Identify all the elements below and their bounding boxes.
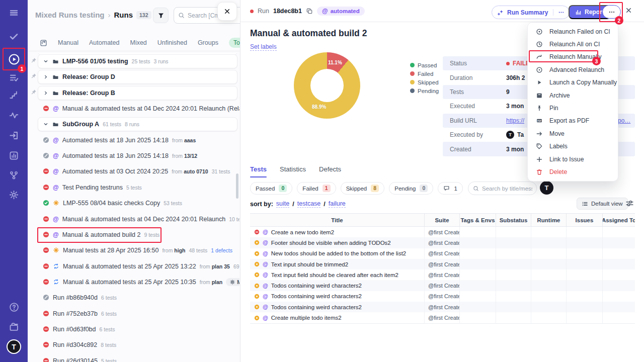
column-header[interactable]: Issues	[566, 214, 602, 226]
sidebar-settings-icon[interactable]	[0, 190, 28, 200]
run-row[interactable]: @Test Pending testruns5 tests	[43, 179, 239, 195]
runs-tab-unfinished[interactable]: Unfinished	[157, 39, 187, 46]
runs-tab-automated[interactable]: Automated	[89, 39, 119, 46]
column-header[interactable]: Substatus	[496, 214, 531, 226]
run-row[interactable]: Manual & automated tests at 25 Apr 2025 …	[43, 274, 239, 290]
run-row[interactable]: Manual tests at 28 Apr 2025 16:50from hi…	[43, 242, 239, 258]
run-row[interactable]: Run #b86b940d6 tests	[43, 290, 239, 305]
run-row[interactable]: Run #752eb37b6 tests	[43, 306, 239, 321]
sidebar-import-icon[interactable]	[0, 131, 28, 140]
run-row[interactable]: Run #0d63f0bd6 tests	[43, 321, 239, 337]
run-row[interactable]: @Manual & automated tests at 04 Dec 2024…	[43, 211, 239, 227]
chip-passed[interactable]: Passed0	[250, 182, 292, 195]
more-actions-button[interactable]	[602, 5, 621, 19]
default-view-button[interactable]: Default view	[577, 198, 628, 210]
run-row[interactable]: @Manual & automated build 29 tests	[43, 227, 239, 242]
tab-tests[interactable]: Tests	[250, 165, 267, 177]
close-panel-button[interactable]	[217, 2, 237, 21]
table-row[interactable]: @New todos should be added to the bottom…	[250, 248, 635, 259]
run-row[interactable]: @Automated tests at 18 Jun 2025 14:18fro…	[43, 132, 239, 148]
menu-item-archive[interactable]: Archive	[528, 89, 618, 102]
build-url-link[interactable]: https://	[506, 117, 524, 124]
column-header[interactable]: Title	[250, 214, 424, 226]
copy-icon[interactable]	[306, 8, 313, 15]
menu-item-export-as-pdf[interactable]: PDFExport as PDF	[528, 115, 618, 127]
tests-search-input[interactable]	[482, 186, 532, 192]
workspace-avatar[interactable]: T	[7, 339, 21, 354]
column-header[interactable]: Tags & Envs	[459, 214, 496, 226]
menu-item-launch-a-copy-manually[interactable]: Launch a Copy Manually	[528, 76, 618, 89]
run-row[interactable]: @Automated tests at 18 Jun 2025 14:18fro…	[43, 148, 239, 163]
menu-item-labels[interactable]: Labels	[528, 140, 618, 153]
column-header[interactable]: Runtime	[531, 214, 566, 226]
table-row[interactable]: @Text input should be trimmed2@first Cre…	[250, 259, 635, 269]
runs-tab-today-chip[interactable]: To	[229, 38, 240, 48]
automated-badge[interactable]: @automated	[317, 7, 365, 16]
run-row[interactable]: LMP-555 08/04 basic checks Copy53 tests	[43, 195, 239, 211]
pin-icon[interactable]	[31, 57, 37, 63]
table-row[interactable]: @Create multiple todo items2@first Creat…	[250, 312, 635, 323]
runs-tab-groups[interactable]: Groups	[198, 39, 218, 46]
set-labels-link[interactable]: Set labels	[250, 43, 277, 51]
close-run-icon[interactable]	[625, 7, 632, 14]
sort-by-failure[interactable]: failure	[329, 200, 346, 208]
sidebar-test-plans-icon[interactable]	[0, 73, 28, 82]
filter-button[interactable]	[153, 8, 169, 23]
run-summary-button[interactable]: Run Summary	[492, 6, 570, 19]
table-row[interactable]: @Todos containing weird characters2@firs…	[250, 291, 635, 302]
run-row[interactable]: Run #d304c8928 tests	[43, 337, 239, 352]
pin-icon[interactable]	[31, 73, 37, 79]
scrollbar[interactable]	[236, 173, 238, 199]
column-header[interactable]: Assigned To	[602, 214, 635, 226]
column-header[interactable]: Suite	[424, 214, 459, 226]
table-row[interactable]: @Create a new todo item2@first Create ..…	[250, 227, 635, 237]
sidebar-menu-icon[interactable]	[0, 8, 28, 18]
refresh-list-icon[interactable]	[40, 39, 47, 47]
group-row[interactable]: Release: Group D	[38, 70, 237, 84]
table-row[interactable]: @Footer should be visible when adding TO…	[250, 237, 635, 248]
menu-item-move[interactable]: Move	[528, 127, 618, 140]
defects-link[interactable]: 1 defects	[211, 247, 232, 253]
runs-tab-manual[interactable]: Manual	[58, 39, 78, 46]
menu-item-relaunch-all-on-ci[interactable]: Relaunch All on CI	[528, 38, 618, 50]
group-row[interactable]: SubGroup A61 tests8 runs	[38, 117, 237, 131]
build-url-tail[interactable]: po…	[618, 117, 630, 124]
sidebar-checks-icon[interactable]	[0, 32, 28, 41]
sort-by-testcase[interactable]: testcase	[297, 200, 321, 208]
user-avatar[interactable]: T	[540, 181, 553, 195]
sidebar-projects-icon[interactable]	[0, 322, 28, 332]
menu-item-advanced-relaunch[interactable]: Advanced Relaunch	[528, 63, 618, 76]
menu-item-link-to-issue[interactable]: Link to Issue	[528, 153, 618, 165]
table-row[interactable]: @Text input field should be cleared afte…	[250, 269, 635, 280]
sidebar-milestones-icon[interactable]	[0, 90, 28, 100]
menu-item-relaunch-manually[interactable]: Relaunch Manually	[528, 51, 618, 63]
sidebar-analytics-icon[interactable]	[0, 151, 28, 160]
menu-item-delete[interactable]: Delete	[528, 165, 618, 178]
tab-defects[interactable]: Defects	[319, 165, 341, 177]
view-settings-icon[interactable]	[625, 199, 634, 208]
chip-pending[interactable]: Pending0	[389, 182, 433, 195]
sidebar-branches-icon[interactable]	[0, 170, 28, 180]
chip-skipped[interactable]: Skipped8	[341, 182, 385, 195]
sidebar-activity-icon[interactable]	[0, 111, 28, 120]
pin-icon[interactable]	[31, 89, 37, 95]
group-row[interactable]: Release: Group B	[38, 86, 237, 100]
comments-chip[interactable]: 1	[438, 182, 462, 195]
sort-by-suite[interactable]: suite	[276, 200, 289, 208]
sidebar-help-icon[interactable]	[0, 302, 28, 312]
tests-search[interactable]	[468, 182, 537, 195]
group-row[interactable]: LMP-556 01/05 testing25 tests3 runs	[38, 54, 237, 68]
breadcrumb-project[interactable]: Mixed Runs testing	[35, 11, 105, 19]
run-row[interactable]: Run #26d301455 tests	[43, 353, 239, 362]
run-summary-more-button[interactable]	[553, 9, 569, 16]
run-row[interactable]: @Manual & automated tests at 04 Dec 2024…	[43, 101, 239, 116]
menu-item-relaunch-failed-on-ci[interactable]: Relaunch Failed on CI	[528, 25, 618, 38]
run-row[interactable]: Manual & automated tests at 25 Apr 2025 …	[43, 258, 239, 274]
run-row[interactable]: @Automated tests at 03 Oct 2024 20:25fro…	[43, 163, 239, 179]
tab-statistics[interactable]: Statistics	[280, 165, 306, 177]
sidebar-runs-icon[interactable]	[0, 53, 28, 65]
menu-item-pin[interactable]: Pin	[528, 102, 618, 114]
runs-tab-mixed[interactable]: Mixed	[130, 39, 146, 46]
table-row[interactable]: @Todos containing weird characters2@firs…	[250, 280, 635, 291]
table-row[interactable]: @Todos containing weird characters2@firs…	[250, 302, 635, 312]
